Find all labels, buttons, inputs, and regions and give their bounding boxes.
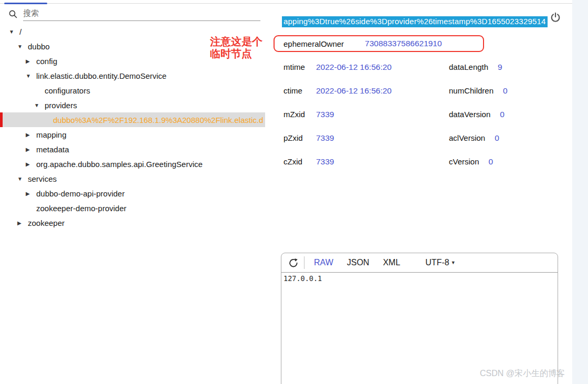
chevron-right-icon[interactable]: ▶ xyxy=(26,191,36,196)
stat-label: aclVersion xyxy=(449,133,485,142)
node-stats-right-column: dataLength9numChildren0dataVersion0aclVe… xyxy=(449,61,564,180)
chevron-down-icon[interactable]: ▼ xyxy=(9,29,19,35)
annotation-line-1: 注意这是个 xyxy=(210,36,278,48)
tree-node[interactable]: ▼providers xyxy=(0,98,273,112)
stat-value: 0 xyxy=(495,133,499,143)
search-input[interactable] xyxy=(23,7,260,21)
tree-node-label: dubbo-demo-api-provider xyxy=(36,189,124,198)
stat-label: mZxid xyxy=(284,110,316,119)
search-icon xyxy=(8,9,18,19)
stat-label: dataVersion xyxy=(449,110,490,119)
tab-xml[interactable]: XML xyxy=(383,258,400,267)
tree-node[interactable]: ▼services xyxy=(0,171,273,186)
tree-node-label: link.elastic.dubbo.entity.DemoService xyxy=(36,71,166,80)
ephemeral-note-annotation: 注意这是个 临时节点 xyxy=(210,36,278,60)
stat-label: cVersion xyxy=(449,157,479,166)
chevron-right-icon[interactable]: ▶ xyxy=(26,132,36,138)
chevron-down-icon[interactable]: ▼ xyxy=(26,73,36,79)
stat-row-dataversion: dataVersion0 xyxy=(449,109,564,132)
ephemeral-owner-label: ephemeralOwner xyxy=(284,39,344,48)
chevron-right-icon[interactable]: ▶ xyxy=(26,58,36,64)
node-stats-left-column: mtime2022-06-12 16:56:20ctime2022-06-12 … xyxy=(284,61,441,180)
tree-node-label: zookeeper-demo-provider xyxy=(36,204,127,213)
tree-node-label: dubbo%3A%2F%2F192.168.1.9%3A20880%2Flink… xyxy=(53,116,263,124)
search-bar xyxy=(8,7,260,21)
power-icon[interactable] xyxy=(550,12,561,23)
chevron-down-icon[interactable]: ▼ xyxy=(34,102,45,108)
stat-label: pZxid xyxy=(284,133,316,142)
watermark: CSDN @宋小生的博客 xyxy=(480,368,565,379)
tree-node[interactable]: ▶dubbo-demo-api-provider xyxy=(0,186,273,201)
encoding-select[interactable]: UTF-8 ▼ xyxy=(425,258,455,267)
chevron-down-icon[interactable]: ▼ xyxy=(17,44,28,49)
tree-node-label: services xyxy=(28,174,57,183)
ephemeral-owner-value: 73088337586621910 xyxy=(365,39,442,48)
stat-label: numChildren xyxy=(449,86,494,95)
ephemeral-owner-highlight-box: ephemeralOwner 73088337586621910 xyxy=(274,35,484,52)
node-path-selected-text[interactable]: apping%3Dtrue%26side%3Dprovider%26timest… xyxy=(282,16,548,27)
refresh-icon[interactable] xyxy=(288,257,299,268)
chevron-right-icon[interactable]: ▶ xyxy=(26,161,36,167)
tree-node-label: metadata xyxy=(36,145,69,154)
tree-node[interactable]: ▶mapping xyxy=(0,127,273,142)
tree-node[interactable]: ▶zookeeper xyxy=(0,215,273,230)
data-panel-toolbar: RAWJSONXML UTF-8 ▼ xyxy=(281,253,558,273)
stat-label: dataLength xyxy=(449,63,488,71)
stat-value: 7339 xyxy=(316,157,334,167)
tree-node[interactable]: zookeeper-demo-provider xyxy=(0,201,273,215)
stat-row-datalength: dataLength9 xyxy=(449,61,564,85)
stat-label: mtime xyxy=(284,63,316,71)
stat-value: 9 xyxy=(498,63,502,72)
tree-node-label: providers xyxy=(45,101,77,110)
stat-value: 7339 xyxy=(316,133,334,143)
tree-node-label: configurators xyxy=(45,86,90,95)
tab-raw[interactable]: RAW xyxy=(314,258,333,267)
tree-node[interactable]: dubbo%3A%2F%2F192.168.1.9%3A20880%2Flink… xyxy=(0,112,265,127)
tree-node[interactable]: configurators xyxy=(0,83,273,98)
tree-node-label: org.apache.dubbo.samples.api.GreetingSer… xyxy=(36,160,203,169)
top-divider-line xyxy=(0,3,572,4)
stat-value: 0 xyxy=(489,157,494,167)
stat-value: 0 xyxy=(503,86,508,96)
stat-value: 7339 xyxy=(316,110,334,119)
stat-row-aclversion: aclVersion0 xyxy=(449,132,564,156)
chevron-down-icon: ▼ xyxy=(451,260,456,265)
stat-value: 0 xyxy=(500,110,505,119)
stat-row-ctime: ctime2022-06-12 16:56:20 xyxy=(284,85,441,109)
tree-node-label: config xyxy=(36,57,57,66)
node-data-content[interactable]: 127.0.0.1 xyxy=(281,273,558,284)
tree-node-label: zookeeper xyxy=(28,219,65,227)
stat-row-czxid: cZxid7339 xyxy=(284,156,441,180)
toolbar-divider xyxy=(304,256,304,269)
node-data-panel: RAWJSONXML UTF-8 ▼ 127.0.0.1 xyxy=(281,253,558,384)
chevron-right-icon[interactable]: ▶ xyxy=(17,220,28,226)
encoding-value: UTF-8 xyxy=(425,258,449,267)
stat-label: ctime xyxy=(284,86,316,95)
chevron-right-icon[interactable]: ▶ xyxy=(26,147,36,152)
stat-row-cversion: cVersion0 xyxy=(449,156,564,180)
active-tab-indicator xyxy=(4,3,47,4)
annotation-line-2: 临时节点 xyxy=(210,48,278,60)
tree-node-label: mapping xyxy=(36,130,67,139)
stat-row-numchildren: numChildren0 xyxy=(449,85,564,109)
stat-label: cZxid xyxy=(284,157,316,166)
stat-row-mtime: mtime2022-06-12 16:56:20 xyxy=(284,61,441,85)
stat-row-pzxid: pZxid7339 xyxy=(284,132,441,156)
tree-node[interactable]: ▼link.elastic.dubbo.entity.DemoService xyxy=(0,68,273,83)
tree-node[interactable]: ▶org.apache.dubbo.samples.api.GreetingSe… xyxy=(0,157,273,171)
chevron-down-icon[interactable]: ▼ xyxy=(17,176,28,182)
tab-json[interactable]: JSON xyxy=(347,258,370,267)
tree-node-label: / xyxy=(19,27,22,36)
stat-value: 2022-06-12 16:56:20 xyxy=(316,63,392,72)
stat-value: 2022-06-12 16:56:20 xyxy=(316,86,392,96)
right-gutter xyxy=(572,0,588,384)
stat-row-mzxid: mZxid7339 xyxy=(284,109,441,132)
tree-node[interactable]: ▶metadata xyxy=(0,142,273,157)
tree-node-label: dubbo xyxy=(28,42,50,51)
